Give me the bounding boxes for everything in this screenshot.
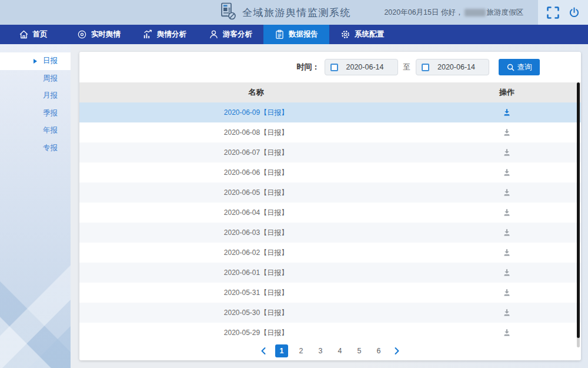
calendar-icon [422,64,429,71]
sidebar-item-special-report[interactable]: 专报 [0,140,71,157]
nav-item-realtime-sentiment[interactable]: 实时舆情 [66,25,132,44]
nav-label: 舆情分析 [157,29,186,39]
nav-label: 首页 [33,29,48,39]
table-row[interactable]: 2020-05-31【日报】 [79,283,581,303]
user-info: 2020年06月15日 你好， 旅游度假区 [384,0,523,25]
download-icon[interactable] [503,289,511,297]
home-icon [19,29,29,39]
main-area: 日报 周报 月报 季报 年报 专报 时间： 2020-06 [0,44,588,368]
newspaper-search-logo-icon [219,2,236,23]
app-header: 全域旅游舆情监测系统 2020年06月15日 你好， 旅游度假区 [0,0,588,25]
pagination-page-5[interactable]: 5 [353,344,366,357]
gear-icon [340,29,350,39]
sidebar-item-label: 周报 [43,74,58,82]
download-icon[interactable] [503,268,511,277]
table-row[interactable]: 2020-06-03【日报】 [79,223,581,243]
sidebar-item-quarterly-report[interactable]: 季报 [0,105,71,122]
download-icon[interactable] [503,108,511,117]
table-row[interactable]: 2020-05-30【日报】 [79,303,581,323]
fullscreen-icon[interactable] [546,5,560,20]
report-name: 2020-05-31【日报】 [79,288,433,298]
pagination-page-1[interactable]: 1 [275,344,288,357]
page-title: 全域旅游舆情监测系统 [242,6,351,19]
table-row[interactable]: 2020-06-09【日报】 [79,102,581,122]
download-icon[interactable] [503,228,511,237]
sidebar-item-weekly-report[interactable]: 周报 [0,70,71,88]
time-label: 时间： [297,62,320,72]
sidebar-item-label: 日报 [43,57,58,65]
date-greeting-text: 2020年06月15日 你好， [384,8,463,18]
download-icon[interactable] [503,188,511,197]
table-row[interactable]: 2020-06-06【日报】 [79,163,581,183]
query-button[interactable]: 查询 [499,59,540,75]
table-row[interactable]: 2020-06-05【日报】 [79,183,581,203]
download-icon[interactable] [503,208,511,217]
scrollbar-thumb[interactable] [577,82,580,338]
table-row[interactable]: 2020-05-29【日报】 [79,323,581,343]
report-name: 2020-05-29【日报】 [79,328,433,338]
report-name: 2020-05-30【日报】 [79,308,433,318]
main-nav: 首页 实时舆情 舆情分析 游客分析 [0,25,588,44]
download-icon[interactable] [503,248,511,257]
report-name: 2020-06-06【日报】 [79,168,433,178]
nav-item-system-config[interactable]: 系统配置 [329,25,395,44]
table-body: 2020-06-09【日报】 2020-06-08【日报】 2020-06-07… [79,102,581,343]
start-date-input[interactable]: 2020-06-14 [325,59,398,75]
sidebar: 日报 周报 月报 季报 年报 专报 [0,44,71,368]
clipboard-icon [275,29,285,39]
query-button-label: 查询 [517,62,532,72]
table-row[interactable]: 2020-06-01【日报】 [79,263,581,283]
table-row[interactable]: 2020-06-02【日报】 [79,243,581,263]
trend-chart-icon [143,29,153,39]
nav-item-visitor-analysis[interactable]: 游客分析 [198,25,263,44]
pagination-page-4[interactable]: 4 [333,344,346,357]
sidebar-item-annual-report[interactable]: 年报 [0,122,71,140]
eye-icon [77,29,87,39]
download-icon[interactable] [503,309,511,317]
table-row[interactable]: 2020-06-07【日报】 [79,142,581,163]
pagination-next-icon[interactable] [392,347,402,355]
visitor-icon [209,29,219,39]
calendar-icon [330,64,338,71]
content-card: 时间： 2020-06-14 至 2020-06-14 查询 名称 操作 [79,52,581,360]
table-row[interactable]: 2020-06-08【日报】 [79,122,581,142]
column-header-name: 名称 [79,87,433,98]
pagination-page-2[interactable]: 2 [295,344,308,357]
report-name: 2020-06-03【日报】 [79,228,433,238]
table-row[interactable]: 2020-06-04【日报】 [79,203,581,223]
report-name: 2020-06-04【日报】 [79,208,433,218]
sidebar-item-label: 专报 [43,144,58,152]
report-name: 2020-06-08【日报】 [79,128,433,138]
sidebar-item-monthly-report[interactable]: 月报 [0,87,71,105]
pagination: 1 2 3 4 5 6 [79,343,581,359]
nav-label: 系统配置 [355,29,384,39]
report-name: 2020-06-05【日报】 [79,188,433,198]
download-icon[interactable] [503,329,511,337]
sidebar-item-label: 年报 [43,126,58,134]
table-header: 名称 操作 [79,82,581,102]
scrollbar[interactable] [577,82,580,347]
start-date-value: 2020-06-14 [338,63,392,71]
download-icon[interactable] [503,128,511,137]
to-label: 至 [403,62,411,72]
active-triangle-icon [34,59,37,64]
power-icon[interactable] [568,6,580,19]
search-icon [507,64,514,71]
header-actions [538,0,588,25]
report-name: 2020-06-09【日报】 [79,108,433,118]
end-date-input[interactable]: 2020-06-14 [416,59,489,75]
pagination-page-6[interactable]: 6 [372,344,385,357]
pagination-prev-icon[interactable] [258,347,269,355]
sidebar-item-label: 月报 [43,91,58,100]
brand: 全域旅游舆情监测系统 [219,0,351,25]
nav-item-home[interactable]: 首页 [0,25,66,44]
nav-item-sentiment-analysis[interactable]: 舆情分析 [132,25,198,44]
download-icon[interactable] [503,148,511,157]
report-name: 2020-06-01【日报】 [79,268,433,278]
org-name-text: 旅游度假区 [487,8,524,18]
nav-label: 实时舆情 [91,29,121,39]
download-icon[interactable] [503,168,511,177]
nav-item-data-report[interactable]: 数据报告 [263,25,329,44]
sidebar-item-daily-report[interactable]: 日报 [0,52,71,70]
pagination-page-3[interactable]: 3 [314,344,327,357]
